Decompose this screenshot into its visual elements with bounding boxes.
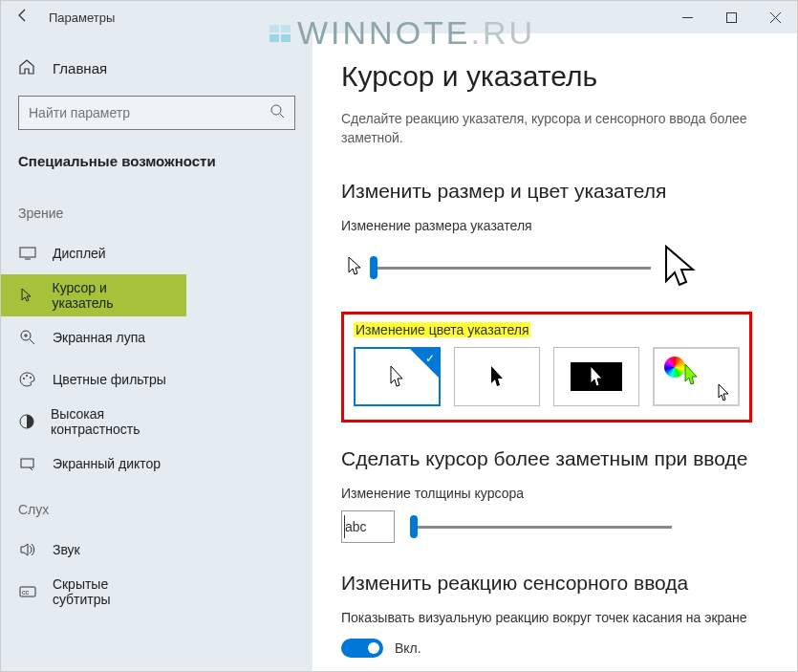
- pointer-color-section: Изменение цвета указателя ✓: [341, 312, 752, 423]
- svg-point-16: [23, 378, 25, 379]
- window-title: Параметры: [45, 11, 115, 25]
- thickness-preview: abc: [341, 510, 395, 543]
- sidebar: Главная Специальные возможности Зрение Д…: [1, 33, 313, 671]
- toggle-state-label: Вкл.: [395, 640, 421, 656]
- svg-point-17: [26, 375, 28, 377]
- palette-icon: [18, 370, 37, 389]
- inverted-cursor-tile[interactable]: [553, 347, 639, 406]
- large-cursor-icon: [660, 243, 699, 293]
- narrator-icon: [18, 454, 37, 473]
- home-link[interactable]: Главная: [1, 53, 313, 96]
- svg-rect-10: [20, 248, 35, 257]
- label-cursor-thickness: Изменение толщины курсора: [341, 486, 768, 501]
- sidebar-item-label: Экранная лупа: [53, 330, 145, 345]
- sidebar-item-color-filters[interactable]: Цветные фильтры: [1, 358, 186, 401]
- search-icon: [270, 103, 285, 122]
- maximize-button[interactable]: [709, 1, 753, 33]
- sidebar-item-label: Звук: [53, 542, 80, 557]
- sidebar-item-label: Скрытые субтитры: [53, 576, 169, 607]
- black-cursor-tile[interactable]: [454, 347, 540, 406]
- slider-thumb[interactable]: [410, 515, 418, 538]
- sidebar-item-display[interactable]: Дисплей: [1, 232, 186, 274]
- section-cursor-thickness: Сделать курсор более заметным при вводе: [341, 447, 768, 470]
- section-pointer-size: Изменить размер и цвет указателя: [341, 180, 768, 203]
- slider-track[interactable]: [374, 267, 651, 270]
- contrast-icon: [18, 412, 35, 431]
- sidebar-item-label: Экранный диктор: [53, 456, 161, 471]
- sidebar-item-high-contrast[interactable]: Высокая контрастность: [1, 401, 186, 443]
- sidebar-item-captions[interactable]: cc Скрытые субтитры: [1, 571, 186, 613]
- search-input[interactable]: [29, 105, 270, 120]
- label-pointer-color: Изменение цвета указателя: [354, 322, 740, 337]
- magnifier-plus-icon: [18, 328, 37, 347]
- sidebar-item-label: Дисплей: [53, 246, 106, 261]
- sidebar-item-label: Курсор и указатель: [53, 280, 169, 311]
- category-heading: Специальные возможности: [1, 153, 313, 188]
- display-icon: [18, 244, 37, 263]
- group-hearing-label: Слух: [1, 485, 313, 529]
- check-icon: ✓: [425, 352, 435, 365]
- svg-rect-5: [281, 25, 291, 33]
- search-box[interactable]: [18, 96, 295, 130]
- cursor-thickness-slider[interactable]: abc: [341, 510, 768, 543]
- sidebar-item-label: Цветные фильтры: [53, 372, 166, 387]
- sidebar-item-magnifier[interactable]: Экранная лупа: [1, 316, 186, 358]
- close-button[interactable]: [753, 1, 797, 33]
- group-vision-label: Зрение: [1, 188, 313, 232]
- small-cursor-icon: [341, 255, 368, 280]
- white-cursor-tile[interactable]: ✓: [354, 347, 441, 406]
- custom-color-cursor-tile[interactable]: [653, 347, 740, 406]
- page-title: Курсор и указатель: [341, 60, 768, 93]
- sidebar-item-narrator[interactable]: Экранный диктор: [1, 443, 186, 485]
- label-touch-feedback: Показывать визуальную реакцию вокруг точ…: [341, 610, 768, 625]
- sidebar-item-label: Высокая контрастность: [51, 406, 169, 437]
- cursor-icon: [18, 286, 37, 305]
- minimize-button[interactable]: [665, 1, 709, 33]
- svg-rect-7: [281, 34, 291, 42]
- home-label: Главная: [53, 60, 107, 76]
- pointer-size-slider[interactable]: [341, 243, 768, 293]
- main-panel: Курсор и указатель Сделайте реакцию указ…: [313, 33, 797, 671]
- back-button[interactable]: [1, 8, 45, 27]
- svg-line-9: [280, 114, 284, 118]
- svg-rect-20: [21, 459, 33, 467]
- label-pointer-size: Изменение размера указателя: [341, 218, 768, 233]
- svg-text:cc: cc: [22, 589, 30, 596]
- svg-rect-4: [270, 25, 279, 33]
- slider-track[interactable]: [414, 526, 672, 529]
- slider-thumb[interactable]: [370, 256, 377, 279]
- sound-icon: [18, 540, 37, 559]
- mouse-pointer-icon: [717, 383, 732, 402]
- svg-point-18: [30, 377, 32, 379]
- page-description: Сделайте реакцию указателя, курсора и се…: [341, 110, 752, 147]
- touch-feedback-toggle[interactable]: [341, 639, 383, 658]
- section-touch: Изменить реакцию сенсорного ввода: [341, 572, 768, 595]
- svg-rect-6: [270, 34, 279, 42]
- svg-point-8: [271, 105, 281, 115]
- cc-icon: cc: [18, 582, 37, 601]
- svg-rect-1: [726, 12, 736, 22]
- watermark: WINNOTE.RU: [269, 14, 535, 52]
- svg-line-13: [30, 339, 34, 344]
- sidebar-item-sound[interactable]: Звук: [1, 529, 186, 571]
- home-icon: [18, 58, 37, 78]
- sidebar-item-cursor[interactable]: Курсор и указатель: [1, 274, 186, 316]
